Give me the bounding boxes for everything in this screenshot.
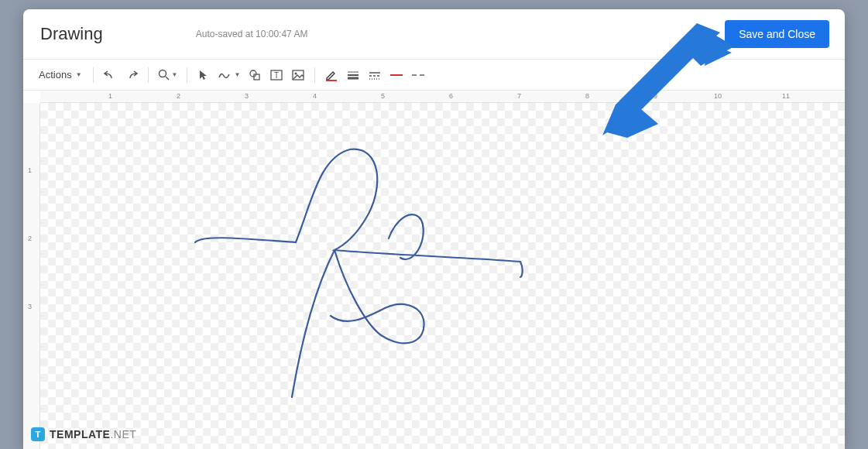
line-weight-button[interactable] (343, 65, 363, 85)
ruler-tick: 4 (313, 92, 317, 100)
toolbar-separator (148, 67, 149, 83)
chevron-down-icon: ▼ (234, 71, 240, 78)
line-weight-icon (346, 70, 360, 81)
svg-line-1 (166, 77, 169, 80)
watermark: T TEMPLATE.NET (31, 427, 136, 441)
select-tool[interactable] (194, 65, 214, 85)
svg-rect-8 (326, 80, 337, 81)
svg-text:T: T (274, 71, 279, 80)
ruler-tick: 7 (517, 92, 521, 100)
chevron-down-icon: ▼ (76, 71, 82, 78)
ruler-tick: 5 (381, 92, 385, 100)
line-start-button[interactable] (386, 65, 407, 85)
watermark-suffix: .NET (110, 428, 136, 440)
dialog-title: Drawing (40, 24, 103, 44)
ruler-tick: 2 (28, 235, 32, 242)
ruler-tick: 10 (714, 92, 722, 100)
svg-point-7 (295, 72, 297, 74)
textbox-tool[interactable]: T (266, 65, 286, 85)
scribble-icon (218, 70, 232, 81)
ruler-tick: 2 (177, 92, 180, 100)
canvas-checker-bg (40, 103, 845, 449)
redo-button[interactable] (122, 65, 142, 85)
line-end-button[interactable] (408, 65, 428, 85)
line-end-icon (412, 74, 424, 76)
ruler-tick: 11 (782, 92, 790, 100)
save-and-close-button[interactable]: Save and Close (725, 20, 829, 48)
line-tool[interactable]: ▼ (215, 65, 243, 85)
watermark-brand: TEMPLATE (50, 428, 110, 440)
actions-label: Actions (39, 69, 72, 81)
textbox-icon: T (270, 69, 283, 81)
zoom-icon (158, 69, 170, 81)
horizontal-ruler: 1 2 3 4 5 6 7 8 9 10 11 (40, 91, 845, 103)
ruler-tick: 1 (28, 166, 32, 174)
ruler-tick: 1 (108, 92, 112, 100)
line-dash-button[interactable] (365, 65, 385, 85)
line-color-button[interactable] (321, 65, 341, 85)
zoom-button[interactable]: ▼ (155, 65, 181, 85)
toolbar-separator (314, 67, 315, 83)
toolbar-separator (187, 67, 187, 83)
svg-rect-3 (254, 74, 259, 80)
cursor-icon (198, 70, 209, 81)
undo-icon (104, 69, 116, 81)
line-start-icon (390, 74, 403, 76)
ruler-tick: 3 (28, 303, 32, 310)
ruler-tick: 3 (245, 92, 249, 100)
ruler-tick: 9 (654, 92, 657, 100)
line-dash-icon (368, 70, 382, 81)
image-icon (292, 69, 304, 81)
vertical-ruler: 1 2 3 (23, 103, 40, 449)
shape-tool[interactable] (245, 65, 265, 85)
shape-icon (249, 69, 261, 81)
image-tool[interactable] (288, 65, 308, 85)
watermark-badge-icon: T (31, 427, 45, 441)
actions-menu[interactable]: Actions ▼ (34, 65, 87, 85)
svg-point-0 (159, 70, 166, 77)
toolbar-separator (93, 67, 94, 83)
chevron-down-icon: ▼ (172, 71, 178, 78)
ruler-tick: 8 (585, 92, 589, 100)
svg-point-2 (250, 70, 256, 77)
drawing-toolbar: Actions ▼ ▼ ▼ T (23, 60, 845, 91)
dialog-header: Drawing Auto-saved at 10:00:47 AM Save a… (23, 9, 845, 60)
pencil-icon (324, 68, 338, 82)
autosave-status: Auto-saved at 10:00:47 AM (196, 29, 308, 39)
redo-icon (125, 69, 138, 81)
drawing-dialog: Drawing Auto-saved at 10:00:47 AM Save a… (23, 9, 845, 449)
ruler-tick: 6 (449, 92, 453, 100)
drawing-canvas-area[interactable]: 1 2 3 4 5 6 7 8 9 10 11 1 2 3 (23, 91, 845, 449)
undo-button[interactable] (100, 65, 120, 85)
